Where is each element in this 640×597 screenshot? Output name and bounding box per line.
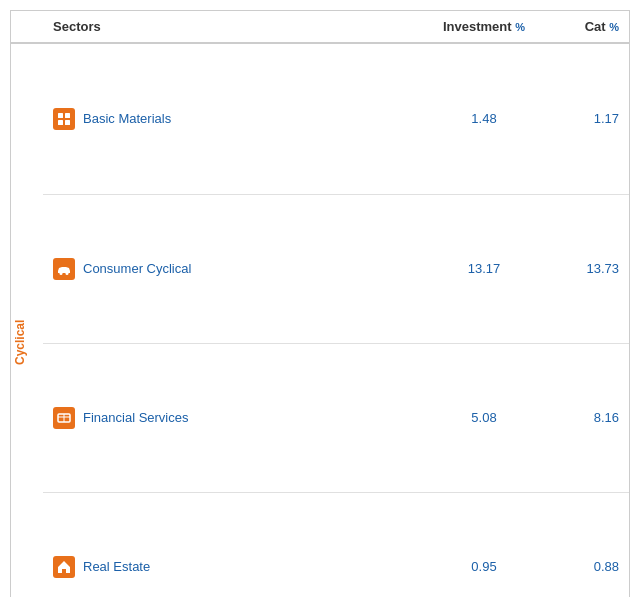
- table-row: Financial Services5.088.16: [11, 343, 629, 492]
- svg-rect-2: [58, 120, 63, 125]
- table-row: Consumer Cyclical13.1713.73: [11, 194, 629, 343]
- investment-pct-label: %: [515, 21, 525, 33]
- table-row: Cyclical Basic Materials1.481.17: [11, 43, 629, 194]
- cat-value: 13.73: [549, 194, 629, 343]
- svg-rect-3: [65, 120, 70, 125]
- investment-header-label: Investment: [443, 19, 512, 34]
- sector-name: Real Estate: [83, 559, 150, 574]
- investment-col-header: Investment %: [419, 11, 549, 43]
- table-row: Real Estate0.950.88: [11, 492, 629, 597]
- sector-name-cell: Real Estate: [43, 492, 419, 597]
- sector-name-cell: Basic Materials: [43, 43, 419, 194]
- consumer-cyclical-icon: [53, 258, 75, 280]
- sector-name: Basic Materials: [83, 111, 171, 126]
- sectors-header-label: Sectors: [53, 19, 101, 34]
- group-col-header: [11, 11, 43, 43]
- cat-value: 0.88: [549, 492, 629, 597]
- cat-col-header: Cat %: [549, 11, 629, 43]
- sector-name-cell: Financial Services: [43, 343, 419, 492]
- financial-services-icon: [53, 407, 75, 429]
- investment-value: 0.95: [419, 492, 549, 597]
- svg-rect-1: [65, 113, 70, 118]
- sectors-table-wrapper: Sectors Investment % Cat % Cyclical Basi…: [10, 10, 630, 597]
- real-estate-icon: [53, 556, 75, 578]
- sectors-col-header: Sectors: [43, 11, 419, 43]
- sector-name-cell: Consumer Cyclical: [43, 194, 419, 343]
- cat-value: 1.17: [549, 43, 629, 194]
- svg-point-4: [60, 272, 63, 275]
- sectors-table: Sectors Investment % Cat % Cyclical Basi…: [11, 11, 629, 597]
- investment-value: 5.08: [419, 343, 549, 492]
- svg-point-5: [66, 272, 69, 275]
- basic-materials-icon: [53, 108, 75, 130]
- group-label-cyclical: Cyclical: [11, 43, 43, 597]
- sector-name: Consumer Cyclical: [83, 261, 191, 276]
- svg-rect-0: [58, 113, 63, 118]
- sector-name: Financial Services: [83, 410, 189, 425]
- investment-value: 1.48: [419, 43, 549, 194]
- cat-pct-label: %: [609, 21, 619, 33]
- investment-value: 13.17: [419, 194, 549, 343]
- cat-value: 8.16: [549, 343, 629, 492]
- cat-header-label: Cat: [585, 19, 606, 34]
